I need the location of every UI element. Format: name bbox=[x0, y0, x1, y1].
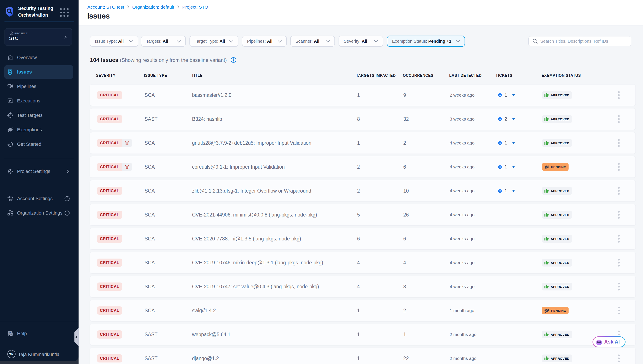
svg-text:?: ? bbox=[9, 332, 11, 334]
